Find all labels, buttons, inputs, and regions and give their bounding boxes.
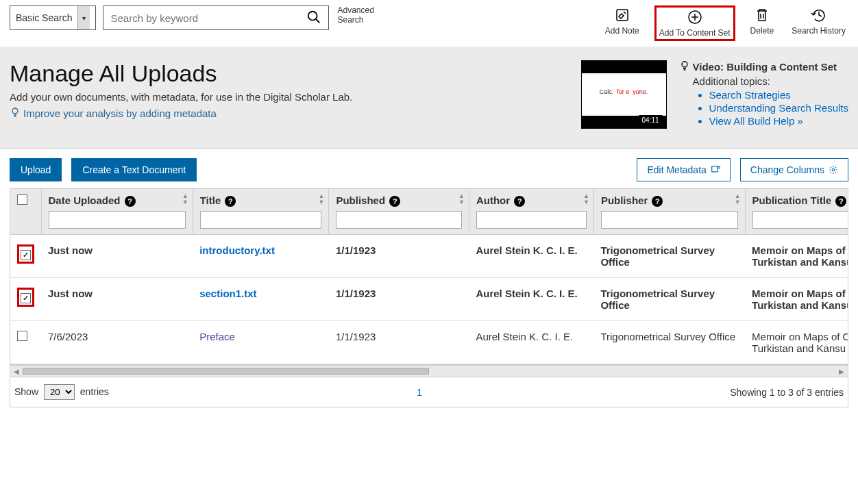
page-number[interactable]: 1 [417,387,422,398]
svg-point-0 [308,11,317,20]
edit-metadata-label: Edit Metadata [647,164,706,175]
show-label: Show [14,386,38,397]
published-cell: 1/1/1923 [329,235,469,278]
row-checkbox[interactable] [21,293,31,303]
add-note-button[interactable]: Add Note [602,5,642,37]
filter-title[interactable] [200,211,322,229]
published-cell: 1/1/1923 [329,321,469,364]
publisher-cell: Trigonometrical Survey Office [593,321,745,364]
add-note-label: Add Note [605,26,639,36]
advanced-search-link[interactable]: Advanced Search [337,5,373,25]
page-size-select[interactable]: 20 [44,384,75,400]
sort-icon[interactable]: ▲▼ [458,193,465,205]
svg-rect-8 [712,166,718,172]
change-columns-button[interactable]: Change Columns [740,158,848,181]
scroll-thumb[interactable] [23,368,429,375]
col-publisher[interactable]: Publisher ? ▲▼ [593,189,745,235]
scroll-track[interactable] [23,366,835,377]
row-checkbox-cell [10,235,41,278]
pubtitle-cell: Memoir on Maps of Chinese Turkistan and … [745,278,848,321]
video-thumbnail[interactable]: Calc. for e yone. 04:11 [581,60,667,129]
publisher-cell: Trigonometrical Survey Office [593,278,745,321]
scroll-right-icon[interactable]: ▶ [835,368,848,375]
button-row: Upload Create a Text Document Edit Metad… [10,158,848,181]
help-icon[interactable]: ? [652,196,663,207]
author-cell: Aurel Stein K. C. I. E. [469,321,593,364]
date-uploaded-cell: 7/6/2023 [41,321,193,364]
select-all-checkbox[interactable] [17,194,27,205]
uploads-table: Date Uploaded ? ▲▼ Title ? ▲▼ Published … [10,189,848,364]
table-row: Just nowsection1.txt1/1/1923Aurel Stein … [10,278,848,321]
metadata-tip-link[interactable]: Improve your analysis by adding metadata [10,107,567,120]
header-left: Manage All Uploads Add your own document… [10,60,567,129]
show-entries: Show 20 entries [14,384,109,400]
col-publisher-label: Publisher [601,194,648,206]
row-checkbox-cell [10,321,41,364]
add-to-content-set-button[interactable]: Add To Content Set [654,5,735,41]
chevron-down-icon: ▾ [77,6,90,29]
col-author-label: Author [476,194,510,206]
header-section: Manage All Uploads Add your own document… [0,47,858,149]
svg-point-7 [682,62,687,67]
col-date-label: Date Uploaded [49,194,121,206]
help-icon[interactable]: ? [835,196,846,207]
col-pub-title[interactable]: Publication Title ? ▲▼ [745,189,848,235]
search-icon[interactable] [306,10,321,27]
video-link-view-all[interactable]: View All Build Help » [709,115,848,127]
video-link-search-results[interactable]: Understanding Search Results [709,102,848,114]
sort-icon[interactable]: ▲▼ [182,193,188,205]
video-title: Video: Building a Content Set [679,60,848,73]
sort-icon[interactable]: ▲▼ [735,193,741,205]
upload-button[interactable]: Upload [10,158,62,181]
search-input[interactable] [110,12,306,24]
horizontal-scrollbar[interactable]: ◀ ▶ [10,365,848,377]
title-cell[interactable]: section1.txt [193,278,329,321]
additional-topics-label: Additional topics: [693,75,848,87]
search-type-select[interactable]: Basic Search ▾ [10,5,96,30]
col-date-uploaded[interactable]: Date Uploaded ? ▲▼ [41,189,193,235]
col-published[interactable]: Published ? ▲▼ [329,189,469,235]
lightbulb-icon [10,107,21,120]
scroll-left-icon[interactable]: ◀ [10,368,23,375]
table-row: Just nowintroductory.txt1/1/1923Aurel St… [10,235,848,278]
add-to-set-label: Add To Content Set [659,28,731,38]
svg-point-9 [832,168,835,171]
title-cell[interactable]: Preface [193,321,329,364]
lightbulb-icon [679,60,690,73]
filter-pub-title[interactable] [752,211,848,229]
search-box [103,5,329,30]
title-cell[interactable]: introductory.txt [193,235,329,278]
row-checkbox[interactable] [17,331,27,341]
help-icon[interactable]: ? [514,196,525,207]
sort-icon[interactable]: ▲▼ [319,193,325,205]
top-actions: Add Note Add To Content Set Delete Searc… [602,5,848,41]
published-cell: 1/1/1923 [329,278,469,321]
sort-icon[interactable]: ▲▼ [583,193,589,205]
pubtitle-cell: Memoir on Maps of Chinese Turkistan and … [745,235,848,278]
search-history-button[interactable]: Search History [789,5,848,37]
filter-published[interactable] [336,211,461,229]
help-icon[interactable]: ? [389,196,400,207]
filter-date-uploaded[interactable] [49,211,186,229]
col-select-all [10,189,41,235]
video-thumb-text: Calc. for e yone. [582,88,666,95]
help-icon[interactable]: ? [225,196,236,207]
create-text-button[interactable]: Create a Text Document [71,158,197,181]
row-checkbox[interactable] [21,250,31,260]
delete-button[interactable]: Delete [748,5,777,37]
video-link-strategies[interactable]: Search Strategies [709,89,848,101]
delete-label: Delete [750,26,774,36]
entries-label: entries [80,386,109,397]
help-icon[interactable]: ? [125,196,136,207]
change-columns-label: Change Columns [750,164,824,175]
col-title[interactable]: Title ? ▲▼ [193,189,329,235]
edit-metadata-button[interactable]: Edit Metadata [637,158,730,181]
filter-publisher[interactable] [601,211,738,229]
uploads-table-wrap: Date Uploaded ? ▲▼ Title ? ▲▼ Published … [10,188,848,365]
filter-author[interactable] [476,211,587,229]
video-title-text: Video: Building a Content Set [693,61,837,73]
video-duration: 04:11 [638,115,663,125]
col-author[interactable]: Author ? ▲▼ [469,189,593,235]
video-info: Video: Building a Content Set Additional… [679,60,848,128]
col-published-label: Published [336,194,385,206]
